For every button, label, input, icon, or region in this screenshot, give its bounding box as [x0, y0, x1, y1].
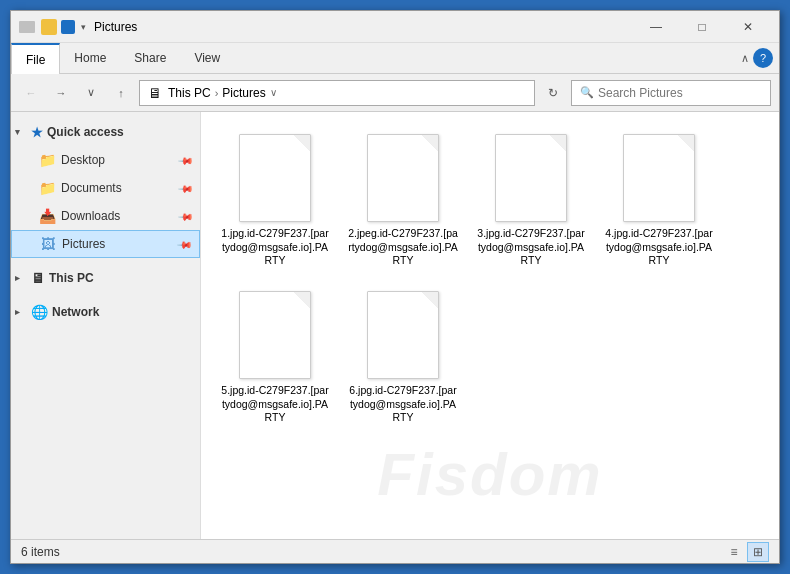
address-path[interactable]: 🖥 This PC › Pictures ∨ [139, 80, 535, 106]
sidebar-item-pictures-label: Pictures [62, 237, 105, 251]
app-icon [19, 21, 35, 33]
tab-share[interactable]: Share [120, 43, 180, 73]
sidebar-item-documents-label: Documents [61, 181, 122, 195]
file-thumb [363, 290, 443, 380]
search-input[interactable] [598, 86, 762, 100]
thispc-expand-icon: ▸ [15, 273, 27, 283]
file-item-file6[interactable]: 6.jpg.id-C279F237.[partydog@msgsafe.io].… [343, 283, 463, 432]
file-page-icon [367, 134, 439, 222]
content-area: Fisdom 1.jpg.id-C279F237.[partydog@msgsa… [201, 112, 779, 539]
path-dropdown-icon[interactable]: ∨ [270, 87, 286, 98]
computer-icon: 🖥 [148, 85, 162, 101]
status-bar: 6 items ≡ ⊞ [11, 539, 779, 563]
address-bar: ← → ∨ ↑ 🖥 This PC › Pictures ∨ ↻ 🔍 [11, 74, 779, 112]
dropdown-arrow-icon[interactable]: ▾ [81, 22, 86, 32]
file-thumb [235, 290, 315, 380]
file-name: 1.jpg.id-C279F237.[partydog@msgsafe.io].… [220, 227, 330, 268]
window-title: Pictures [94, 20, 633, 34]
quick-access-label: Quick access [47, 125, 124, 139]
quick-access-header[interactable]: ▾ ★ Quick access [11, 118, 200, 146]
back-button[interactable]: ← [19, 81, 43, 105]
sidebar: ▾ ★ Quick access 📁 Desktop 📌 📁 Documents… [11, 112, 201, 539]
sidebar-item-desktop-label: Desktop [61, 153, 105, 167]
explorer-window: ▾ Pictures — □ ✕ File Home Share View ∧ [10, 10, 780, 564]
forward-button[interactable]: → [49, 81, 73, 105]
star-icon: ★ [31, 125, 43, 140]
refresh-button[interactable]: ↻ [541, 81, 565, 105]
title-bar-icon-group: ▾ [19, 19, 86, 35]
file-thumb [235, 133, 315, 223]
view-controls: ≡ ⊞ [723, 542, 769, 562]
path-pictures[interactable]: Pictures [222, 86, 265, 100]
file-item-file3[interactable]: 3.jpg.id-C279F237.[partydog@msgsafe.io].… [471, 126, 591, 275]
ribbon-tabs: File Home Share View ∧ ? [11, 43, 779, 73]
search-icon: 🔍 [580, 86, 594, 99]
pin-icon-pictures: 📌 [177, 236, 193, 252]
tab-home[interactable]: Home [60, 43, 120, 73]
sidebar-item-desktop[interactable]: 📁 Desktop 📌 [11, 146, 200, 174]
folder-icon [41, 19, 57, 35]
documents-icon: 📁 [39, 180, 55, 196]
file-thumb [491, 133, 571, 223]
up-button[interactable]: ↑ [109, 81, 133, 105]
file-name: 6.jpg.id-C279F237.[partydog@msgsafe.io].… [348, 384, 458, 425]
ribbon-collapse-icon[interactable]: ∧ [741, 52, 749, 65]
maximize-button[interactable]: □ [679, 11, 725, 43]
pictures-icon: 🖼 [40, 236, 56, 252]
file-page-icon [623, 134, 695, 222]
downloads-icon: 📥 [39, 208, 55, 224]
file-page-icon [239, 291, 311, 379]
file-item-file2[interactable]: 2.jpeg.id-C279F237.[partydog@msgsafe.io]… [343, 126, 463, 275]
sidebar-item-downloads-label: Downloads [61, 209, 120, 223]
file-name: 5.jpg.id-C279F237.[partydog@msgsafe.io].… [220, 384, 330, 425]
help-button[interactable]: ? [753, 48, 773, 68]
item-count: 6 items [21, 545, 60, 559]
search-box[interactable]: 🔍 [571, 80, 771, 106]
watermark: Fisdom [377, 440, 602, 509]
file-page-icon [495, 134, 567, 222]
file-item-file4[interactable]: 4.jpg.id-C279F237.[partydog@msgsafe.io].… [599, 126, 719, 275]
pin-icon-desktop: 📌 [178, 152, 194, 168]
close-button[interactable]: ✕ [725, 11, 771, 43]
ribbon: File Home Share View ∧ ? [11, 43, 779, 74]
expand-arrow-icon: ▾ [15, 127, 27, 137]
window-controls: — □ ✕ [633, 11, 771, 43]
file-name: 3.jpg.id-C279F237.[partydog@msgsafe.io].… [476, 227, 586, 268]
file-page-icon [367, 291, 439, 379]
network-header[interactable]: ▸ 🌐 Network [11, 298, 200, 326]
file-page-icon [239, 134, 311, 222]
file-item-file1[interactable]: 1.jpg.id-C279F237.[partydog@msgsafe.io].… [215, 126, 335, 275]
recent-button[interactable]: ∨ [79, 81, 103, 105]
path-thispc[interactable]: This PC [168, 86, 211, 100]
desktop-icon: 📁 [39, 152, 55, 168]
pin-icon-documents: 📌 [178, 180, 194, 196]
file-name: 4.jpg.id-C279F237.[partydog@msgsafe.io].… [604, 227, 714, 268]
minimize-button[interactable]: — [633, 11, 679, 43]
thispc-icon: 🖥 [31, 270, 45, 286]
file-thumb [619, 133, 699, 223]
file-item-file5[interactable]: 5.jpg.id-C279F237.[partydog@msgsafe.io].… [215, 283, 335, 432]
grid-view-button[interactable]: ⊞ [747, 542, 769, 562]
thispc-label: This PC [49, 271, 94, 285]
network-label: Network [52, 305, 99, 319]
main-area: ▾ ★ Quick access 📁 Desktop 📌 📁 Documents… [11, 112, 779, 539]
pin-icon [61, 20, 75, 34]
network-icon: 🌐 [31, 304, 48, 320]
title-bar: ▾ Pictures — □ ✕ [11, 11, 779, 43]
file-name: 2.jpeg.id-C279F237.[partydog@msgsafe.io]… [348, 227, 458, 268]
file-thumb [363, 133, 443, 223]
sidebar-item-documents[interactable]: 📁 Documents 📌 [11, 174, 200, 202]
tab-file[interactable]: File [11, 43, 60, 74]
tab-view[interactable]: View [180, 43, 234, 73]
sidebar-item-downloads[interactable]: 📥 Downloads 📌 [11, 202, 200, 230]
file-grid: 1.jpg.id-C279F237.[partydog@msgsafe.io].… [211, 122, 769, 436]
pin-icon-downloads: 📌 [178, 208, 194, 224]
network-expand-icon: ▸ [15, 307, 27, 317]
list-view-button[interactable]: ≡ [723, 542, 745, 562]
sidebar-item-pictures[interactable]: 🖼 Pictures 📌 [11, 230, 200, 258]
thispc-header[interactable]: ▸ 🖥 This PC [11, 264, 200, 292]
